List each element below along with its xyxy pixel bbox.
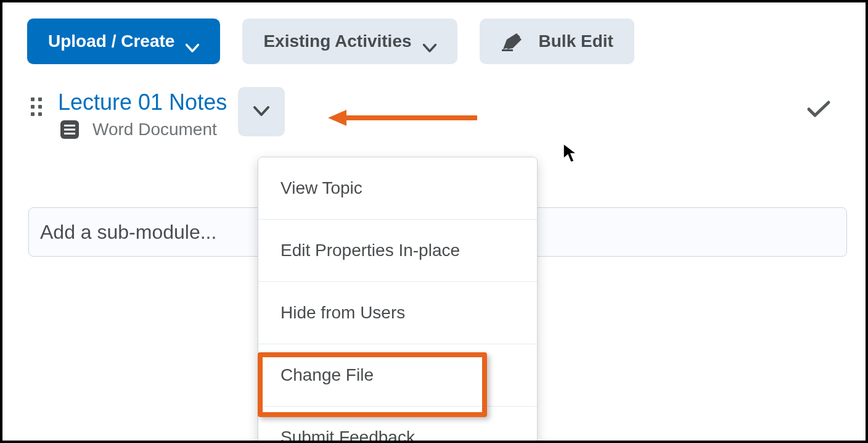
menu-item-submit-feedback[interactable]: Submit Feedback xyxy=(258,407,537,443)
svg-rect-4 xyxy=(64,133,75,135)
item-context-menu-button[interactable] xyxy=(238,87,285,136)
content-item-main: Lecture 01 Notes Word Document xyxy=(58,89,227,140)
content-item-subtitle: Word Document xyxy=(59,119,227,140)
bulk-edit-label: Bulk Edit xyxy=(539,31,613,51)
menu-item-edit-properties[interactable]: Edit Properties In-place xyxy=(258,220,537,282)
document-icon xyxy=(59,119,80,140)
context-dropdown-menu: View Topic Edit Properties In-place Hide… xyxy=(258,157,538,443)
checkmark-icon xyxy=(806,100,831,121)
pen-icon xyxy=(501,31,524,52)
content-item-title[interactable]: Lecture 01 Notes xyxy=(58,89,227,115)
bulk-edit-button[interactable]: Bulk Edit xyxy=(480,19,634,64)
cursor-icon xyxy=(562,143,578,164)
chevron-down-icon xyxy=(423,37,436,46)
svg-rect-0 xyxy=(502,49,513,51)
chevron-down-icon xyxy=(253,106,269,118)
content-item-type: Word Document xyxy=(92,120,217,139)
existing-activities-label: Existing Activities xyxy=(263,31,411,51)
drag-handle-icon[interactable] xyxy=(31,97,42,116)
menu-item-hide-from-users[interactable]: Hide from Users xyxy=(258,282,537,344)
upload-create-label: Upload / Create xyxy=(48,31,174,51)
toolbar: Upload / Create Existing Activities Bulk… xyxy=(2,2,866,64)
upload-create-button[interactable]: Upload / Create xyxy=(27,19,220,64)
existing-activities-button[interactable]: Existing Activities xyxy=(242,19,457,64)
chevron-down-icon xyxy=(186,37,199,46)
svg-rect-3 xyxy=(64,129,75,131)
svg-rect-2 xyxy=(64,125,75,126)
menu-item-change-file[interactable]: Change File xyxy=(258,344,537,407)
menu-item-view-topic[interactable]: View Topic xyxy=(258,157,537,220)
content-item-row: Lecture 01 Notes Word Document xyxy=(2,64,866,140)
